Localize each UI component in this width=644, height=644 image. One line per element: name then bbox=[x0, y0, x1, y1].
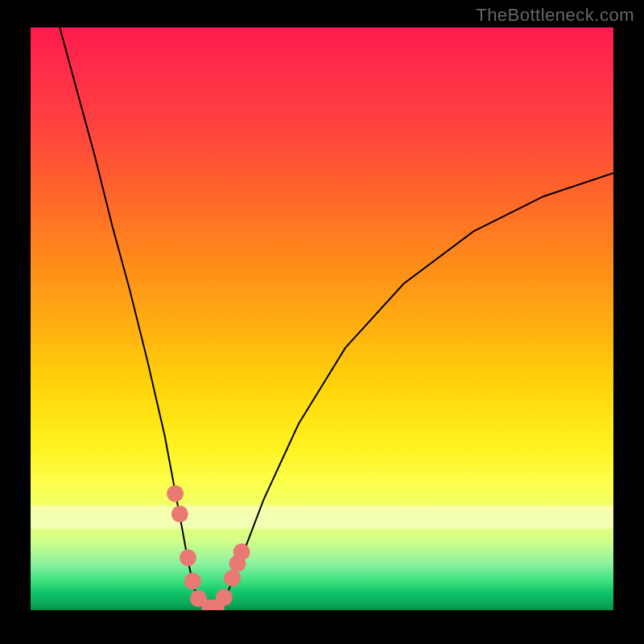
curve-marker bbox=[171, 506, 188, 522]
watermark-text: TheBottleneck.com bbox=[476, 5, 634, 26]
curve-line bbox=[60, 27, 613, 608]
plot-area bbox=[31, 27, 613, 610]
curve-marker bbox=[216, 589, 233, 606]
chart-frame: TheBottleneck.com bbox=[0, 0, 644, 644]
chart-svg bbox=[31, 27, 613, 610]
curve-marker bbox=[184, 572, 201, 589]
curve-markers bbox=[167, 485, 250, 610]
curve-marker bbox=[167, 485, 184, 502]
curve-marker bbox=[180, 549, 196, 566]
curve-marker bbox=[233, 543, 250, 560]
curve-marker bbox=[224, 570, 241, 587]
